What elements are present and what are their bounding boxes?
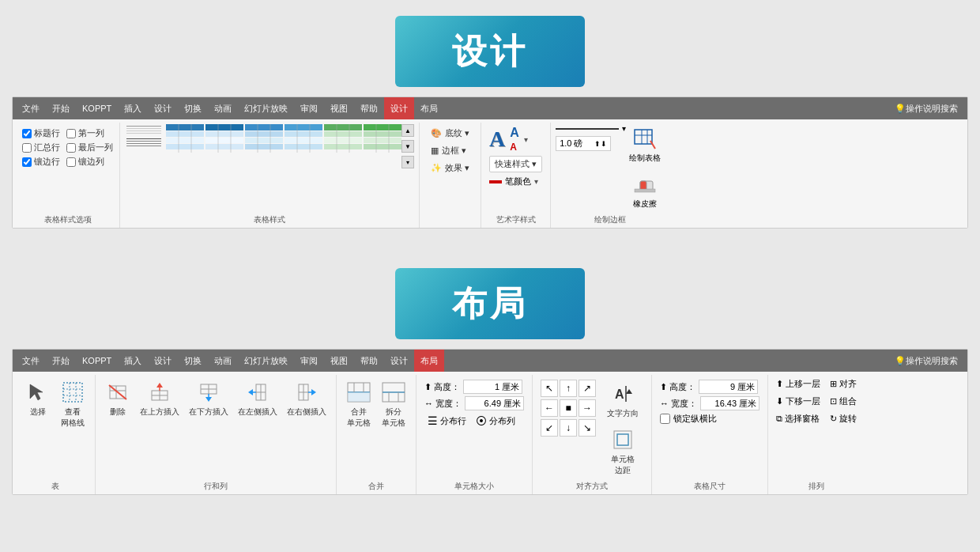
quick-style-btn[interactable]: 快速样式 ▾ xyxy=(489,156,542,172)
tab-koppt-design[interactable]: KOPPT xyxy=(76,97,118,119)
check-banded-row-input[interactable] xyxy=(22,157,32,167)
tab-review-layout[interactable]: 审阅 xyxy=(294,350,324,372)
split-cells-btn[interactable]: 拆分单元格 xyxy=(376,376,411,430)
plain-thumb-2[interactable] xyxy=(125,137,163,148)
merge-cells-btn[interactable]: 合并单元格 xyxy=(341,376,376,430)
tab-search-design[interactable]: 💡 操作说明搜索 xyxy=(888,101,964,116)
check-total-row[interactable]: 汇总行 xyxy=(22,142,60,153)
align-middle-center[interactable]: ■ xyxy=(560,399,577,417)
tab-file-design[interactable]: 文件 xyxy=(16,97,46,119)
plain-thumb-1[interactable] xyxy=(125,124,163,135)
draw-table-icon xyxy=(632,127,658,153)
check-banded-col[interactable]: 镶边列 xyxy=(66,156,104,168)
view-grid-btn[interactable]: 查看网格线 xyxy=(55,376,90,430)
align-top-center[interactable]: ↑ xyxy=(560,380,577,397)
align-top-left[interactable]: ↖ xyxy=(541,380,558,397)
tab-slideshow-layout[interactable]: 幻灯片放映 xyxy=(238,350,294,372)
insert-left-btn[interactable]: 在左侧插入 xyxy=(233,376,282,419)
insert-above-btn[interactable]: 在上方插入 xyxy=(135,376,184,419)
send-backward-btn[interactable]: ⬇ 下移一层 xyxy=(773,394,824,409)
tab-koppt-layout[interactable]: KOPPT xyxy=(76,350,118,372)
delete-btn[interactable]: 删除 xyxy=(100,376,135,419)
tab-animation-layout[interactable]: 动画 xyxy=(208,350,238,372)
table-height-input[interactable] xyxy=(699,380,758,394)
table-width-input[interactable] xyxy=(700,396,760,410)
check-last-col-input[interactable] xyxy=(66,143,76,153)
effect-btn[interactable]: ✨ 效果 ▾ xyxy=(428,161,473,176)
shading-btn[interactable]: 🎨 底纹 ▾ xyxy=(428,126,473,141)
insert-right-btn[interactable]: 在右侧插入 xyxy=(282,376,331,419)
align-bottom-right[interactable]: ↘ xyxy=(579,419,596,437)
tab-design-design[interactable]: 设计 xyxy=(148,97,178,119)
check-banded-row[interactable]: 镶边行 xyxy=(22,156,60,168)
svg-rect-32 xyxy=(364,138,401,143)
tab-help-layout[interactable]: 帮助 xyxy=(354,350,384,372)
check-title-row-input[interactable] xyxy=(22,129,32,138)
layout-table-content: 选择 查看网格线 xyxy=(21,376,90,479)
check-last-col[interactable]: 最后一列 xyxy=(66,142,113,153)
tab-insert-design[interactable]: 插入 xyxy=(118,97,148,119)
text-direction-btn[interactable]: A 文字方向 xyxy=(602,378,643,421)
group-btn[interactable]: ⊡ 组合 xyxy=(827,394,860,409)
tab-search-layout[interactable]: 💡 操作说明搜索 xyxy=(888,354,964,369)
svg-marker-44 xyxy=(30,384,43,400)
check-total-row-input[interactable] xyxy=(22,143,32,153)
tab-start-layout[interactable]: 开始 xyxy=(46,350,76,372)
select-btn[interactable]: 选择 xyxy=(21,376,55,419)
border-weight-input[interactable]: 1.0 磅 ⬆⬇ xyxy=(556,136,611,151)
art-text-row-2: 快速样式 ▾ xyxy=(489,156,542,172)
tab-view-design[interactable]: 视图 xyxy=(324,97,354,119)
bring-forward-btn[interactable]: ⬆ 上移一层 xyxy=(773,376,824,391)
draw-table-btn[interactable]: 绘制表格 xyxy=(626,124,664,167)
check-banded-col-input[interactable] xyxy=(66,157,76,167)
tab-layout-design[interactable]: 布局 xyxy=(414,97,444,119)
eraser-btn[interactable]: 橡皮擦 xyxy=(626,170,664,213)
tab-review-design[interactable]: 审阅 xyxy=(294,97,324,119)
cell-height-input[interactable] xyxy=(463,380,522,394)
align-middle-right[interactable]: → xyxy=(579,399,596,417)
lock-ratio-checkbox[interactable] xyxy=(660,414,670,424)
tab-design-layout2[interactable]: 设计 xyxy=(384,350,414,372)
blue-thumb-3[interactable] xyxy=(245,124,283,153)
green-thumb-1[interactable] xyxy=(324,124,362,153)
insert-below-btn[interactable]: 在下方插入 xyxy=(184,376,233,419)
rotate-btn[interactable]: ↻ 旋转 xyxy=(827,411,860,426)
check-title-row[interactable]: 标题行 xyxy=(22,127,60,139)
align-middle-left[interactable]: ← xyxy=(541,399,558,417)
tab-layout-active[interactable]: 布局 xyxy=(414,350,444,372)
tab-help-design[interactable]: 帮助 xyxy=(354,97,384,119)
weight-spinners[interactable]: ⬆⬇ xyxy=(594,140,607,148)
tab-file-layout[interactable]: 文件 xyxy=(16,350,46,372)
check-first-col[interactable]: 第一列 xyxy=(66,127,104,139)
cell-margin-btn[interactable]: 单元格边距 xyxy=(602,424,643,478)
tab-switch-design[interactable]: 切换 xyxy=(178,97,208,119)
align-top-right[interactable]: ↗ xyxy=(579,380,596,397)
art-text-expand-btn[interactable]: ▾ xyxy=(524,135,528,144)
blue-thumb-1[interactable] xyxy=(166,124,204,153)
blue-thumb-4[interactable] xyxy=(285,124,322,153)
tab-switch-layout[interactable]: 切换 xyxy=(178,350,208,372)
border-btn[interactable]: ▦ 边框 ▾ xyxy=(428,143,473,158)
tab-start-design[interactable]: 开始 xyxy=(46,97,76,119)
tab-design-layout[interactable]: 设计 xyxy=(148,350,178,372)
align-arrange-btn[interactable]: ⊞ 对齐 xyxy=(827,376,860,391)
align-bottom-center[interactable]: ↓ xyxy=(560,419,577,437)
tab-animation-design[interactable]: 动画 xyxy=(208,97,238,119)
check-first-col-input[interactable] xyxy=(66,129,76,138)
dist-rows-btn[interactable]: ☰ 分布行 xyxy=(424,413,469,429)
svg-rect-9 xyxy=(205,144,243,149)
green-thumb-2[interactable] xyxy=(364,124,401,153)
pen-color-dropdown[interactable]: ▾ xyxy=(534,177,538,186)
dist-cols-btn[interactable]: ⦿ 分布列 xyxy=(473,413,518,429)
scroll-down-btn[interactable]: ▼ xyxy=(401,140,414,153)
scroll-more-btn[interactable]: ▾ xyxy=(401,156,414,168)
tab-slideshow-design[interactable]: 幻灯片放映 xyxy=(238,97,294,119)
align-bottom-left[interactable]: ↙ xyxy=(541,419,558,437)
cell-width-input[interactable] xyxy=(465,396,524,410)
tab-view-layout[interactable]: 视图 xyxy=(324,350,354,372)
tab-design-active[interactable]: 设计 xyxy=(384,97,414,119)
tab-insert-layout[interactable]: 插入 xyxy=(118,350,148,372)
blue-thumb-2[interactable] xyxy=(205,124,243,153)
scroll-up-btn[interactable]: ▲ xyxy=(401,124,414,137)
select-pane-btn[interactable]: ⧉ 选择窗格 xyxy=(773,411,824,426)
